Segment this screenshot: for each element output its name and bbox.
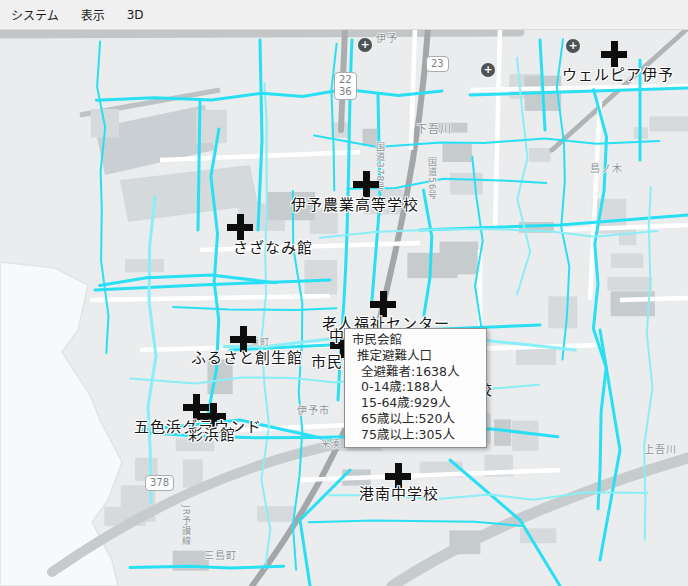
tooltip-line: 65歳以上:520人 (349, 411, 482, 427)
poi-icon: + (481, 63, 495, 77)
tooltip-population-lines: 全避難者:1638人0-14歳:188人15-64歳:929人65歳以上:520… (349, 364, 482, 443)
place-label: 下吾川 (416, 120, 452, 136)
tooltip-line: 15-64歳:929人 (349, 395, 482, 411)
facility-label: 彩浜館 (188, 423, 236, 444)
road-number-badge: 378 (145, 475, 174, 491)
place-label: 三島町 (204, 547, 237, 562)
tooltip-subtitle: 推定避難人口 (349, 348, 482, 364)
facility-label: ふるさと創生館 (191, 346, 303, 367)
place-label: 米湊 (321, 437, 341, 450)
poi-icon: + (358, 38, 372, 52)
menu-item-view[interactable]: 表示 (70, 0, 116, 29)
menu-bar: システム表示3D (0, 0, 688, 30)
poi-icon: + (566, 39, 580, 53)
place-label: 島ノ木 (590, 160, 623, 175)
tooltip-line: 全避難者:1638人 (349, 364, 482, 380)
menu-item-3d[interactable]: 3D (116, 2, 155, 28)
place-label: 上吾川 (644, 441, 677, 456)
facility-label: 伊予農業高等学校 (291, 193, 419, 214)
road-number-badge: 23 (426, 56, 449, 72)
road-number-badge: 22 36 (334, 72, 357, 100)
app-window: 伊予下吾川国道378号国道56号島ノ木湊町伊予市米湊JR予讃線三島町上吾川22 … (0, 0, 688, 586)
facility-label: さざなみ館 (233, 236, 313, 257)
place-label: 伊予 (376, 30, 398, 45)
place-label: 伊予市 (297, 402, 330, 417)
tooltip-title: 市民会館 (349, 332, 482, 348)
map-viewport[interactable]: 伊予下吾川国道378号国道56号島ノ木湊町伊予市米湊JR予讃線三島町上吾川22 … (0, 0, 688, 586)
facility-tooltip: 市民会館 推定避難人口 全避難者:1638人0-14歳:188人15-64歳:9… (344, 328, 487, 448)
tooltip-line: 75歳以上:305人 (349, 427, 482, 443)
facility-label: 港南中学校 (359, 482, 439, 503)
place-label: 国道56号 (426, 157, 439, 200)
facility-label: ウェルピア伊予 (562, 63, 674, 84)
tooltip-line: 0-14歳:188人 (349, 379, 482, 395)
menu-item-system[interactable]: システム (0, 0, 70, 29)
place-label: JR予讃線 (180, 505, 193, 546)
